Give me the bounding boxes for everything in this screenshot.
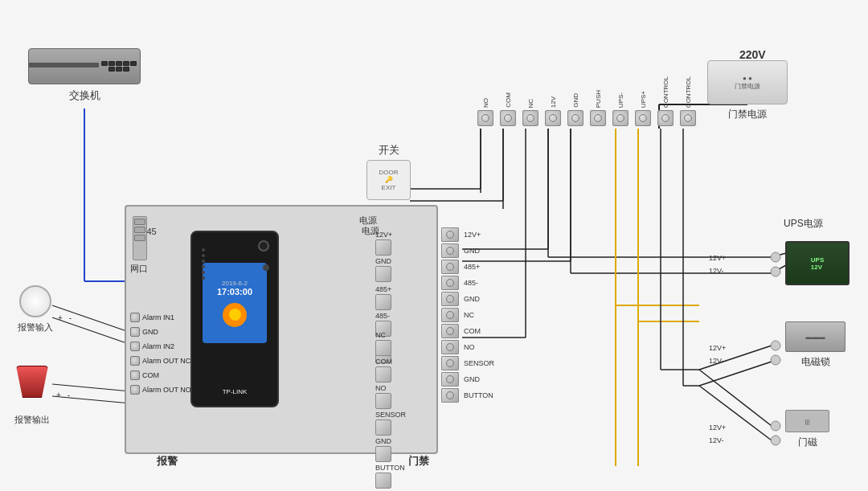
power-label-485m: 485- [375, 312, 392, 320]
door-sensor-group: ||| 门磁 [785, 410, 829, 449]
top-term-NO: NO [474, 98, 497, 126]
alarm-out-group: 报警输出 [14, 366, 50, 426]
svg-point-44 [771, 355, 780, 365]
alarm-label-4: Alarm OUT NC [142, 357, 190, 365]
svg-line-21 [699, 386, 772, 440]
power-label-485p: 485+ [375, 285, 392, 293]
top-term-CONTROL1: CONTROL [654, 76, 677, 126]
svg-line-19 [699, 362, 772, 386]
alarm-in-group: 报警输入 [18, 285, 53, 333]
door-power-supply-group: ● ● 门禁电源 门禁电源 [707, 60, 788, 121]
top-term-PUSH: PUSH [587, 90, 609, 126]
switch-label: 交换机 [24, 88, 145, 103]
tplink-time: 17:03:00 [217, 287, 252, 297]
term-screw [130, 385, 140, 395]
door-sensor-device: ||| [785, 410, 829, 432]
rj45-connector [133, 216, 147, 260]
alarm-row-6: Alarm OUT NO [130, 383, 191, 396]
alarm-terminals-group: Alarm IN1 GND Alarm IN2 Alarm OUT NC COM… [130, 311, 191, 398]
door-control-terminals: NC COM NO SENSOR GND BUTTON [375, 331, 406, 490]
term-screw [130, 370, 140, 380]
doorsensor-12vplus-label: 12V+ [709, 423, 726, 432]
alarm-label-3: Alarm IN2 [142, 342, 174, 350]
alarm-row-2: GND [130, 325, 191, 338]
svg-point-43 [771, 341, 780, 350]
svg-line-40 [772, 265, 786, 273]
tplink-date: 2019-6-2 [222, 280, 248, 287]
door-power-supply-device: ● ● 门禁电源 [707, 60, 788, 104]
alarm-row-5: COM [130, 369, 191, 382]
switch-device-group: 交换机 [24, 48, 145, 103]
mag-lock-device: ▬▬▬ [785, 321, 845, 352]
voltage-220v-label: 220V [739, 48, 766, 61]
diagram-container: 交换机 2019-6-2 17:03:00 TP-LINK [0, 0, 868, 491]
top-term-GND: GND [564, 93, 587, 126]
alarm-label-1: Alarm IN1 [142, 313, 174, 321]
alarm-row-4: Alarm OUT NC [130, 354, 191, 367]
alarm-in-polarity: + - [58, 313, 72, 322]
mag-lock-label: 电磁锁 [785, 355, 845, 369]
svg-point-42 [771, 267, 780, 276]
svg-point-45 [771, 421, 780, 431]
term-block-12v [375, 239, 391, 256]
term-screw [130, 313, 140, 322]
mag-lock-group: ▬▬▬ 电磁锁 [785, 321, 845, 369]
door-power-supply-label: 门禁电源 [707, 108, 788, 121]
term-screw [130, 342, 140, 351]
ups-power-label: UPS电源 [784, 217, 823, 231]
alarm-in-label: 报警输入 [18, 321, 53, 333]
term-block-gnd [375, 266, 391, 282]
top-term-CONTROL2: CONTROL [677, 76, 699, 126]
alarm-label-6: Alarm OUT NO [142, 386, 191, 394]
alarm-row-1: Alarm IN1 [130, 311, 191, 324]
term-screw [130, 327, 140, 337]
ups-battery-device: UPS12V [785, 241, 850, 285]
exit-button-label: 开关 [366, 143, 411, 158]
term-screw [130, 356, 140, 366]
term-block-485p [375, 294, 391, 310]
doorsensor-12vminus-label: 12V- [709, 436, 724, 444]
tplink-device: 2019-6-2 17:03:00 TP-LINK [190, 231, 279, 407]
ups-12vminus-label: 12V- [709, 267, 724, 275]
maglock-12vminus-label: 12V- [709, 357, 724, 365]
top-term-NC: NC [519, 99, 542, 127]
alarm-out-polarity: + - [56, 391, 70, 399]
ups-battery-group: UPS12V [785, 241, 850, 285]
alarm-label-5: COM [142, 371, 159, 379]
power-label-gnd: GND [375, 257, 392, 265]
top-term-12V: 12V [542, 96, 564, 126]
door-terminal-labels: 12V+ GND 485+ 485- GND NC COM NO SENSOR … [464, 227, 494, 403]
ups-12vplus-label: 12V+ [709, 254, 726, 262]
top-terminal-strip: NO COM NC 12V GND PUSH UPS- [474, 76, 699, 126]
alarm-label-2: GND [142, 328, 158, 336]
smoke-detector [19, 285, 51, 317]
top-term-UPSplus: UPS+ [632, 91, 654, 126]
exit-button-device: DOOR🔑EXIT [366, 160, 411, 200]
tplink-logo: TP-LINK [223, 388, 248, 395]
siren-device [16, 366, 48, 398]
alarm-section-label: 报警 [157, 454, 178, 468]
svg-point-46 [771, 436, 780, 445]
network-port-label: 网口 [130, 263, 148, 275]
speaker [199, 248, 208, 313]
power-terminal-label: 电源 [362, 225, 379, 237]
exit-button-group: 开关 DOOR🔑EXIT [366, 143, 411, 200]
door-right-terminal-block [441, 227, 459, 403]
door-sensor-label: 门磁 [785, 436, 829, 449]
alarm-row-3: Alarm IN2 [130, 340, 191, 353]
main-device-box: 2019-6-2 17:03:00 TP-LINK RJ45 网口 Alarm … [125, 205, 438, 454]
alarm-out-label: 报警输出 [14, 414, 50, 426]
door-control-section-label: 门禁 [408, 454, 429, 468]
maglock-12vplus-label: 12V+ [709, 344, 726, 352]
svg-line-20 [699, 370, 772, 426]
top-term-COM: COM [497, 92, 519, 126]
switch-device [28, 48, 141, 84]
svg-line-39 [772, 253, 786, 257]
top-term-UPSminus: UPS- [609, 92, 632, 126]
tplink-screen: 2019-6-2 17:03:00 [203, 263, 267, 343]
svg-point-41 [771, 252, 780, 262]
